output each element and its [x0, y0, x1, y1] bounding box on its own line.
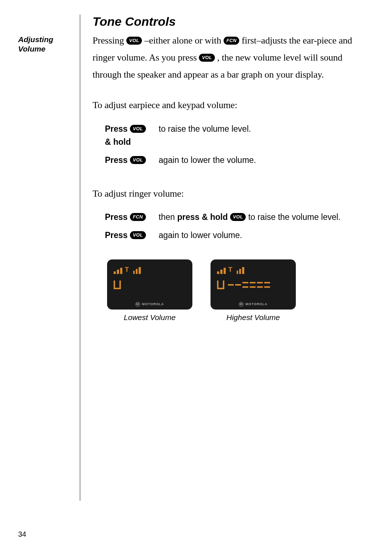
signal-bars-icon [217, 265, 289, 274]
instruction-row: Press VOL again to lower volume. [105, 229, 363, 241]
signal-bars-icon [114, 265, 186, 274]
page-number: 34 [18, 530, 26, 538]
sidebar: Adjusting Volume [18, 15, 73, 54]
intro-paragraph: Pressing VOL –either alone or with FCN f… [93, 32, 363, 83]
instruction-row: Press FCN then press & hold VOL to raise… [105, 211, 363, 223]
antenna-icon [124, 266, 131, 274]
instruction-row: Press VOL & hold to raise the volume lev… [105, 123, 363, 148]
text: then [159, 212, 177, 222]
lcd-volume-low [114, 278, 186, 291]
ringer-instructions: Press FCN then press & hold VOL to raise… [93, 211, 363, 241]
earpiece-lead: To adjust earpiece and keypad volume: [93, 98, 363, 113]
instruction-text: then press & hold VOL to raise the volum… [159, 211, 363, 223]
instruction-text: again to lower the volume. [159, 154, 363, 166]
press-label: Press [105, 212, 128, 222]
vol-button-icon: VOL [130, 125, 146, 133]
phone-screen: M MOTOROLA [107, 259, 192, 310]
press-label: Press [105, 155, 128, 165]
vol-button-icon: VOL [230, 213, 246, 221]
highest-volume-display: M MOTOROLA Highest Volume [211, 259, 296, 322]
high-volume-caption: Highest Volume [226, 313, 280, 322]
instruction-row: Press VOL again to lower the volume. [105, 154, 363, 166]
fcn-button-icon: FCN [130, 213, 146, 221]
antenna-icon [228, 266, 235, 274]
display-examples: M MOTOROLA Lowest Volume [93, 259, 363, 322]
earpiece-instructions: Press VOL & hold to raise the volume lev… [93, 123, 363, 166]
press-label: Press [105, 124, 128, 134]
press-hold-label: press & hold [177, 212, 230, 222]
motorola-text: MOTOROLA [245, 302, 267, 306]
main-content: Tone Controls Pressing VOL –either alone… [80, 15, 363, 501]
low-volume-caption: Lowest Volume [124, 313, 176, 322]
intro-text: Pressing [93, 35, 126, 46]
phone-screen: M MOTOROLA [211, 259, 296, 310]
motorola-logo: M MOTOROLA [217, 302, 289, 307]
instruction-text: to raise the volume level. [159, 123, 363, 135]
intro-text: –either alone or with [144, 35, 224, 46]
instruction-text: again to lower volume. [159, 229, 363, 241]
motorola-m-icon: M [239, 302, 244, 307]
text: to raise the volume level. [248, 212, 340, 222]
sidebar-heading: Adjusting Volume [18, 35, 73, 54]
vol-button-icon: VOL [130, 231, 146, 239]
vol-button-icon: VOL [199, 54, 215, 62]
lcd-volume-high [217, 278, 289, 291]
section-title: Tone Controls [93, 15, 363, 29]
lowest-volume-display: M MOTOROLA Lowest Volume [107, 259, 192, 322]
motorola-logo: M MOTOROLA [114, 302, 186, 307]
motorola-text: MOTOROLA [142, 302, 164, 306]
hold-label: & hold [105, 136, 152, 148]
vol-button-icon: VOL [130, 156, 146, 164]
vol-button-icon: VOL [126, 37, 142, 45]
fcn-button-icon: FCN [224, 37, 240, 45]
motorola-m-icon: M [135, 302, 140, 307]
ringer-lead: To adjust ringer volume: [93, 186, 363, 201]
press-label: Press [105, 230, 128, 240]
